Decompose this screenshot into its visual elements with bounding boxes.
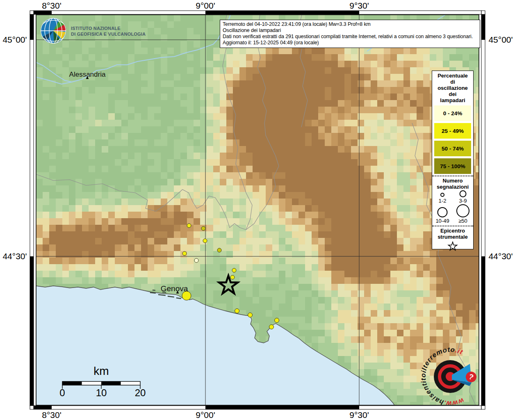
count-symbol: 1-2 [432, 190, 453, 204]
count-circle-icon [441, 193, 444, 196]
lat-label-right-4500: 45°00' [488, 35, 513, 45]
report-dot [232, 268, 236, 272]
lon-label-top-900: 9°00' [196, 1, 215, 11]
report-dot [203, 239, 207, 243]
legend-count-symbols: 1-23-910-49≥50 [432, 190, 473, 224]
report-dot [235, 309, 239, 313]
legend-title-line: di [432, 79, 473, 85]
legend-title-line: lampadari [432, 97, 473, 103]
lat-label-left-4430: 44°30' [2, 251, 27, 261]
city-label: Alessandria [69, 71, 106, 78]
report-dot [230, 275, 235, 279]
lon-label-bottom-830: 8°30' [42, 410, 61, 420]
report-dot [187, 224, 191, 228]
legend-divider [432, 176, 473, 176]
legend-class-swatch: 50 - 74% [434, 141, 471, 156]
legend-epicenter-title: Epicentro [432, 228, 473, 234]
legend-counts-title: Numero [432, 178, 473, 184]
info-line-source: Dati non verificati estratti da 291 ques… [223, 34, 477, 40]
count-symbol: ≥50 [453, 204, 473, 224]
info-line-updated: Aggiornato il: 15-12-2025 04:49 (ora loc… [223, 40, 477, 46]
count-label: 1-2 [439, 198, 447, 204]
ingv-name-line2: DI GEOFISICA E VULCANOLOGIA [71, 31, 146, 37]
legend-class-swatches: 0 - 24%25 - 49%50 - 74%75 - 100% [432, 105, 473, 174]
lon-label-top-930: 9°30' [349, 1, 369, 11]
scalebar-tick-0: 0 [59, 387, 65, 399]
scalebar-tick-20: 20 [135, 387, 146, 399]
legend-class-swatch: 75 - 100% [434, 158, 471, 174]
lon-label-bottom-930: 9°30' [349, 410, 369, 420]
count-circle-icon [460, 191, 466, 197]
lat-label-right-4430: 44°30' [488, 251, 513, 261]
count-circle-icon [438, 208, 447, 217]
legend-star-icon [432, 241, 473, 254]
report-dot [201, 226, 205, 231]
info-line-effect: Oscillazione dei lampadari [223, 27, 477, 34]
report-dot [182, 251, 187, 256]
legend-title-line: oscillazione [432, 85, 473, 91]
lon-label-top-830: 8°30' [42, 1, 61, 11]
city-label: Genova [161, 284, 188, 293]
ingv-name-line1: ISTITUTO NAZIONALE [71, 25, 146, 31]
count-circle-icon [457, 205, 469, 217]
report-dot [269, 325, 274, 329]
legend-title-line: dei [432, 91, 473, 97]
report-dot [194, 258, 198, 262]
legend-divider [432, 226, 473, 226]
legend-epicenter-title: strumentale [432, 234, 473, 240]
report-dot [217, 248, 221, 252]
report-dot [248, 313, 253, 317]
report-dot [275, 318, 279, 323]
count-label: 10-49 [435, 218, 449, 224]
count-symbol: 3-9 [453, 190, 473, 204]
lon-label-bottom-900: 9°00' [196, 410, 215, 420]
count-label: ≥50 [458, 218, 467, 224]
scalebar-tick-10: 10 [96, 387, 107, 399]
earthquake-info-box: Terremoto del 04-10-2022 23:41:09 (ora l… [220, 20, 480, 48]
count-symbol: 10-49 [432, 204, 453, 224]
legend-counts-title: segnalazioni [432, 184, 473, 190]
lat-label-left-4500: 45°00' [2, 35, 27, 45]
legend-class-swatch: 25 - 49% [434, 123, 471, 139]
map-page: AlessandriaGenova www.haisentitoilterrem… [0, 0, 515, 420]
scalebar-title: km [93, 365, 109, 378]
ingv-logo: ISTITUTO NAZIONALE DI GEOFISICA E VULCAN… [39, 17, 150, 44]
legend-class-swatch: 0 - 24% [434, 105, 471, 121]
legend-title-line: Percentuale [432, 73, 473, 79]
legend-panel: Percentuale di oscillazione dei lampadar… [432, 71, 474, 249]
count-label: 3-9 [459, 198, 467, 204]
info-line-title: Terremoto del 04-10-2022 23:41:09 (ora l… [223, 21, 477, 27]
